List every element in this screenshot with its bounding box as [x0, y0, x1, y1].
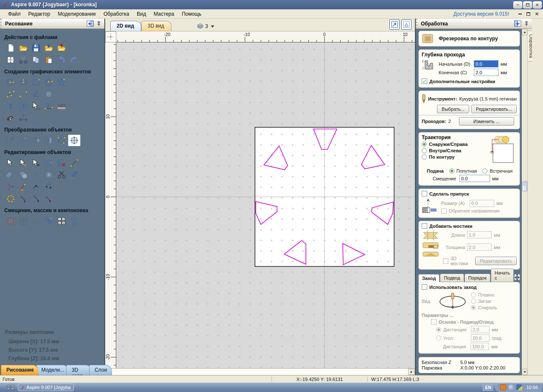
panel-scroll-up-button[interactable]: [522, 29, 527, 35]
join-vectors-icon[interactable]: [42, 193, 55, 204]
edit-text-icon[interactable]: AB: [30, 100, 42, 112]
trace-bitmap-icon[interactable]: [4, 112, 17, 124]
edit-tool-button[interactable]: Редактировать...: [471, 105, 517, 113]
group-icon[interactable]: [42, 157, 55, 169]
offset-icon[interactable]: [4, 215, 17, 227]
draw-curve-icon[interactable]: [30, 88, 42, 100]
transform-select-icon[interactable]: [30, 157, 42, 169]
allowance-size-input[interactable]: [470, 200, 494, 207]
lead-angle-radio[interactable]: [436, 336, 441, 341]
end-depth-input[interactable]: [474, 69, 498, 76]
lead-distance-radio[interactable]: [436, 327, 441, 332]
draw-text-icon[interactable]: T: [4, 100, 17, 112]
lead-tabs-scroll-right[interactable]: [518, 274, 520, 280]
allowance-checkbox[interactable]: [422, 191, 427, 196]
minimize-button[interactable]: −: [513, 1, 522, 8]
draw-star-icon[interactable]: [55, 76, 68, 88]
text-on-curve-icon[interactable]: T: [42, 100, 55, 112]
lead-distance2-input[interactable]: [470, 343, 489, 350]
draw-arc-icon[interactable]: [42, 88, 55, 100]
trim-icon[interactable]: P: [30, 169, 42, 181]
bridges-3d-checkbox[interactable]: [443, 258, 448, 264]
tab-2d-view[interactable]: 2D вид: [110, 21, 141, 31]
panel-scroll-down-button[interactable]: [522, 369, 527, 375]
convert-text-icon[interactable]: ABC: [55, 100, 68, 112]
bridge-thickness-input[interactable]: [467, 244, 492, 251]
panel-tab-модели[interactable]: Модели...: [36, 365, 69, 375]
align-copies-icon[interactable]: [42, 134, 55, 146]
lead-base-checkbox[interactable]: [431, 319, 437, 325]
use-lead-checkbox[interactable]: [422, 284, 427, 290]
menu-view[interactable]: Вид: [133, 10, 150, 18]
lead-zigzag-radio[interactable]: [471, 299, 476, 304]
node-edit-icon[interactable]: [17, 157, 30, 169]
select-icon[interactable]: [4, 157, 17, 169]
save-file-icon[interactable]: [30, 42, 42, 54]
on-contour-radio[interactable]: [422, 154, 427, 160]
block-layout-icon[interactable]: CDAB: [55, 215, 68, 227]
measure-icon[interactable]: [68, 157, 81, 169]
advanced-settings-checkbox[interactable]: [422, 78, 427, 84]
menu-modeling[interactable]: Моделирование: [54, 10, 100, 18]
alignment-icon[interactable]: [68, 134, 81, 146]
lead-angle-input[interactable]: [471, 334, 490, 342]
panel-tab-слои[interactable]: Слои: [89, 365, 112, 375]
menu-gadgets[interactable]: Мастера: [150, 10, 178, 18]
menu-toolpaths[interactable]: Обработка: [100, 10, 133, 18]
edit-passes-button[interactable]: Изменить ...: [459, 117, 514, 126]
conventional-radio[interactable]: [482, 168, 487, 174]
offset-input[interactable]: [459, 175, 490, 182]
weld-icon[interactable]: [4, 169, 17, 181]
toolpath-side-tab[interactable]: Обработка: [528, 31, 532, 62]
lead-tab-2[interactable]: Порядок: [465, 274, 490, 282]
pin-panel-icon[interactable]: [95, 20, 103, 27]
edit-bridges-button[interactable]: Редактировать: [475, 257, 517, 265]
tray-volume-icon[interactable]: [508, 384, 514, 390]
nesting-icon[interactable]: [42, 215, 55, 227]
ungroup-icon[interactable]: [55, 157, 68, 169]
panel-tab-3dколл[interactable]: 3D колл...: [66, 365, 92, 375]
draw-rectangle-icon[interactable]: [30, 76, 42, 88]
dock-panel-icon[interactable]: [87, 20, 94, 27]
join-points-icon[interactable]: [4, 193, 17, 204]
drawing-canvas[interactable]: [116, 42, 415, 368]
restore-button[interactable]: [523, 1, 532, 8]
array-copy-icon[interactable]: [17, 215, 30, 227]
language-indicator[interactable]: EN: [483, 384, 493, 391]
start-button[interactable]: [7, 384, 14, 391]
taskbar-app-button[interactable]: Aspire 9.007 {Jogyba...: [18, 384, 74, 391]
menu-help[interactable]: Помощь: [178, 10, 205, 18]
lead-tab-1[interactable]: Подвод: [440, 274, 464, 282]
menu-edit[interactable]: Редактор: [25, 10, 54, 18]
close-button[interactable]: ×: [533, 1, 542, 8]
lead-tabs-scroll-left[interactable]: [514, 274, 517, 280]
job-setup-icon[interactable]: [4, 54, 17, 66]
select-tool-button[interactable]: Выбрать...: [437, 105, 469, 113]
export-vectors-icon[interactable]: [55, 42, 68, 54]
bridge-length-input[interactable]: [467, 231, 492, 238]
overlap-icon[interactable]: [42, 169, 55, 181]
edit-span-icon[interactable]: [17, 181, 30, 193]
dock-panel-icon[interactable]: [514, 20, 522, 27]
fit-lines-icon[interactable]: [30, 181, 42, 193]
distort-icon[interactable]: [55, 134, 68, 146]
horizontal-scrollbar[interactable]: [105, 368, 415, 375]
layer-selector[interactable]: 3: [197, 23, 214, 29]
scissors-trim-icon[interactable]: [55, 169, 68, 181]
mirror-icon[interactable]: [30, 134, 42, 146]
panel-scrollbar[interactable]: [522, 29, 527, 375]
start-depth-input[interactable]: [474, 60, 498, 67]
outside-right-radio[interactable]: [422, 142, 427, 147]
tray-app-icon[interactable]: [516, 384, 522, 390]
fit-arc-icon[interactable]: [4, 181, 17, 193]
draw-polygon-icon[interactable]: [42, 76, 55, 88]
subtract-icon[interactable]: [17, 169, 30, 181]
tray-java-icon[interactable]: [500, 384, 506, 390]
open-file-icon[interactable]: [17, 42, 30, 54]
cut-icon[interactable]: [17, 54, 30, 66]
zoom-to-selection-button[interactable]: [401, 20, 411, 30]
import-vectors-icon[interactable]: [42, 42, 55, 54]
update-available-link[interactable]: Доступна версия 9.015!: [453, 11, 509, 17]
circular-array-icon[interactable]: [30, 215, 42, 227]
new-file-icon[interactable]: [4, 42, 17, 54]
